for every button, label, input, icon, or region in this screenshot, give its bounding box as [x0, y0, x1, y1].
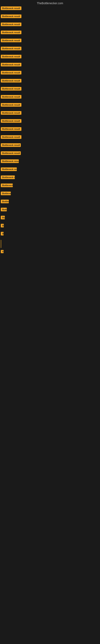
- list-item: Bottleneck result: [0, 200, 100, 204]
- list-item: Bottleneck result: [0, 176, 100, 180]
- bottleneck-result-badge[interactable]: Bottleneck result: [1, 192, 11, 195]
- list-item: Bottleneck result: [0, 111, 100, 116]
- bottleneck-result-badge[interactable]: Bottleneck result: [1, 184, 13, 187]
- bottleneck-result-badge[interactable]: Bottleneck result: [1, 216, 5, 219]
- list-item: Bottleneck result: [0, 79, 100, 83]
- bottleneck-result-badge[interactable]: Bottleneck result: [1, 14, 21, 18]
- list-item: Bottleneck result: [0, 224, 100, 228]
- list-item: Bottleneck result: [0, 55, 100, 59]
- list-item: Bottleneck result: [0, 14, 100, 19]
- bottleneck-result-badge[interactable]: Bottleneck result: [1, 103, 21, 107]
- list-item: Bottleneck result: [0, 47, 100, 51]
- divider-line: [1, 240, 1, 248]
- list-item: Bottleneck result: [0, 208, 100, 212]
- list-item: Bottleneck result: [0, 184, 100, 188]
- list-item: Bottleneck result: [0, 168, 100, 172]
- bottleneck-result-badge[interactable]: Bottleneck result: [1, 224, 4, 228]
- list-item: Bottleneck result: [0, 135, 100, 140]
- list-item: Bottleneck result: [0, 151, 100, 156]
- list-item: Bottleneck result: [0, 30, 100, 35]
- bottleneck-result-badge[interactable]: Bottleneck result: [1, 168, 17, 171]
- list-item: Bottleneck result: [0, 216, 100, 220]
- bottleneck-result-badge[interactable]: Bottleneck result: [1, 135, 21, 139]
- bottleneck-result-badge[interactable]: Bottleneck result: [1, 160, 19, 163]
- list-item: Bottleneck result: [0, 143, 100, 148]
- bottleneck-result-badge[interactable]: Bottleneck result: [1, 119, 21, 123]
- page-container: TheBottlenecker.com Bottleneck resultBot…: [0, 0, 100, 258]
- bottleneck-result-badge[interactable]: Bottleneck result: [1, 79, 21, 82]
- bottleneck-result-badge[interactable]: Bottleneck result: [1, 39, 21, 42]
- bottleneck-result-badge[interactable]: Bottleneck result: [1, 63, 21, 66]
- bottleneck-result-badge[interactable]: Bottleneck result: [1, 6, 21, 10]
- list-item: Bottleneck result: [0, 160, 100, 164]
- list-item: Bottleneck result: [0, 119, 100, 124]
- list-item: Bottleneck result: [0, 232, 100, 236]
- bottleneck-result-badge[interactable]: Bottleneck result: [1, 30, 21, 34]
- bottleneck-result-badge[interactable]: Bottleneck result: [1, 127, 21, 131]
- bottleneck-result-badge[interactable]: Bottleneck result: [1, 176, 15, 179]
- bottleneck-result-badge[interactable]: Bottleneck result: [1, 111, 21, 115]
- list-item: Bottleneck result: [0, 63, 100, 67]
- list-item: Bottleneck result: [0, 250, 100, 254]
- bottleneck-result-badge[interactable]: Bottleneck result: [1, 250, 3, 253]
- site-title: TheBottlenecker.com: [0, 0, 100, 6]
- list-item: Bottleneck result: [0, 71, 100, 75]
- list-item: Bottleneck result: [0, 192, 100, 196]
- list-item: Bottleneck result: [0, 87, 100, 91]
- bottleneck-result-badge[interactable]: Bottleneck result: [1, 22, 21, 26]
- list-item: Bottleneck result: [0, 103, 100, 108]
- content-area: Bottleneck resultBottleneck resultBottle…: [0, 6, 100, 258]
- bottleneck-result-badge[interactable]: Bottleneck result: [1, 151, 21, 155]
- bottleneck-result-badge[interactable]: Bottleneck result: [1, 143, 21, 147]
- bottleneck-result-badge[interactable]: Bottleneck result: [1, 71, 21, 74]
- list-item: Bottleneck result: [0, 22, 100, 27]
- bottleneck-result-badge[interactable]: Bottleneck result: [1, 55, 21, 58]
- bottleneck-result-badge[interactable]: Bottleneck result: [1, 47, 21, 50]
- list-item: Bottleneck result: [0, 39, 100, 43]
- bottleneck-result-badge[interactable]: Bottleneck result: [1, 95, 21, 98]
- list-item: Bottleneck result: [0, 6, 100, 11]
- bottleneck-result-badge[interactable]: Bottleneck result: [1, 200, 9, 203]
- bottleneck-result-badge[interactable]: Bottleneck result: [1, 232, 3, 236]
- bottleneck-result-badge[interactable]: Bottleneck result: [1, 208, 7, 211]
- list-item: Bottleneck result: [0, 95, 100, 100]
- bottleneck-result-badge[interactable]: Bottleneck result: [1, 87, 21, 90]
- list-item: Bottleneck result: [0, 127, 100, 132]
